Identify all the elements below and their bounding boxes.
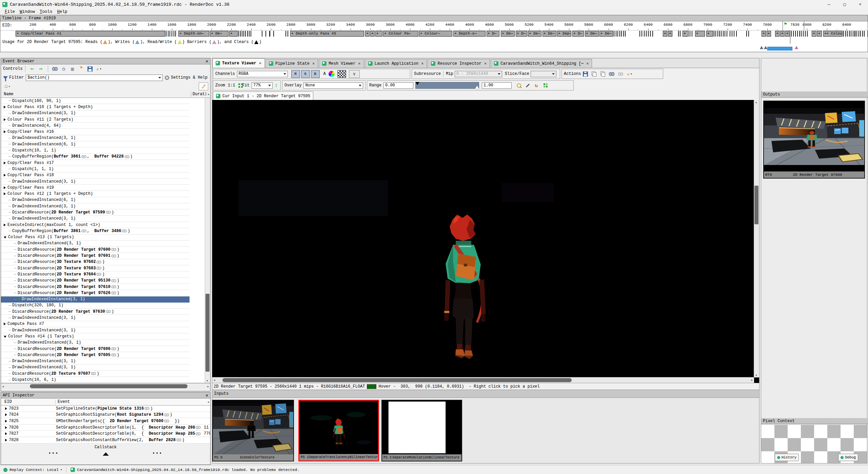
event-row[interactable]: CopyBufferRegion(Buffer 3861, Buffer 348… <box>1 228 190 234</box>
event-row[interactable]: DrawIndexedInstanced(3, 1) <box>1 179 190 185</box>
close-icon[interactable]: ✕ <box>205 393 208 398</box>
event-row[interactable]: Dispatch(10, 6, 1) <box>1 377 190 383</box>
channels-select[interactable]: RGBA <box>237 71 288 77</box>
timeline-eid-ruler[interactable]: EID: 20040060080010001200140016001800200… <box>0 21 868 30</box>
api-call-row[interactable]: 7828SetGraphicsRootConstantBufferView(2,… <box>1 437 210 444</box>
resource-link-icon[interactable] <box>144 407 150 410</box>
api-call-row[interactable]: 7823SetPipelineState(Pipeline State 1316… <box>1 406 210 412</box>
menu-window[interactable]: Window <box>20 9 35 14</box>
favorite-star-icon[interactable]: ★▾ <box>626 70 633 77</box>
resource-link-icon[interactable] <box>124 155 130 158</box>
home-bookmark-icon[interactable]: ⌂▾ <box>4 83 11 90</box>
timeline-draw-marks[interactable] <box>843 31 866 37</box>
chevron-right-icon[interactable] <box>4 174 6 177</box>
event-row[interactable]: DrawIndexedInstanced(6, 1) <box>1 141 190 147</box>
event-row[interactable]: Dispatch(160, 90, 1) <box>1 98 190 104</box>
step-forward-icon[interactable]: ⇨ <box>38 65 44 72</box>
chevron-right-icon[interactable] <box>4 162 6 164</box>
resource-link-icon[interactable] <box>111 279 116 282</box>
fit-icon[interactable] <box>238 83 240 85</box>
event-row[interactable]: DiscardResource(2D Texture 97603) <box>1 265 190 271</box>
api-call-row[interactable]: 7826SetGraphicsRootDescriptorTable(1, { … <box>1 425 210 431</box>
event-row[interactable]: DiscardResource(2D Render Target 97626) <box>1 290 190 296</box>
timeline-header[interactable]: Timeline - Frame #1919 <box>0 15 868 21</box>
timeline-pass-block[interactable]: + De⋯ <box>542 31 556 37</box>
chevron-right-icon[interactable] <box>5 439 7 441</box>
timeline-pass-block[interactable]: + <box>817 31 822 37</box>
timeline-visible-range-bar[interactable] <box>767 47 792 50</box>
timeline-pass-block[interactable]: + <box>785 31 790 37</box>
duration-graph-icon[interactable]: ▥ <box>69 65 76 72</box>
texture-hscrollbar[interactable]: ◂ ▸ <box>212 377 754 383</box>
timeline-pass-block[interactable]: + Depth-only Pass #5 <box>290 31 364 37</box>
texture-vscrollbar[interactable]: ▴ ▾ <box>754 100 759 377</box>
event-row[interactable]: DrawIndexedInstanced(3, 1) <box>1 358 190 364</box>
scrollbar-thumb[interactable] <box>205 294 210 372</box>
resource-link-icon[interactable] <box>111 347 116 350</box>
timeline-pass-block[interactable]: + <box>370 31 375 37</box>
timeline-pass-block[interactable]: + <box>375 31 382 37</box>
input-thumbnail-ps-1[interactable]: PS 1SeparateTranslucencyBilinearTexture <box>298 400 379 461</box>
close-icon[interactable]: ✕ <box>484 61 487 66</box>
timeline-pass-block[interactable]: + D⋯ <box>572 31 584 37</box>
callstack-expand-icon[interactable] <box>103 452 109 456</box>
chevron-right-icon[interactable] <box>5 420 7 423</box>
timeline-pass-block[interactable]: + D⋯ <box>487 31 499 37</box>
chevron-right-icon[interactable] <box>4 130 6 133</box>
event-row[interactable]: DiscardResource(2D Render Target 97605) <box>1 352 190 358</box>
event-tree-vscrollbar[interactable]: ▾ <box>205 98 210 383</box>
resource-link-icon[interactable] <box>122 229 127 232</box>
favorite-star-icon[interactable]: ★▾ <box>96 65 102 72</box>
event-row[interactable]: DiscardResource(2D Render Target 95130) <box>1 278 190 284</box>
slice-select[interactable] <box>531 71 556 77</box>
debug-button[interactable]: Debug <box>838 454 858 461</box>
resource-link-icon[interactable] <box>111 353 116 356</box>
event-row[interactable]: DiscardResource(2D Render Target 97606) <box>1 346 190 352</box>
chevron-down-icon[interactable]: ▾ <box>60 468 62 472</box>
tab-mesh-viewer[interactable]: Mesh Viewer✕ <box>319 59 364 68</box>
event-pass-row[interactable]: Copy/Clear Pass #17 <box>1 160 190 166</box>
timeline-draw-marks[interactable] <box>690 31 694 37</box>
timeline-pass-block[interactable]: + <box>706 31 713 37</box>
timeline-pass-block[interactable]: + Dep⋯ <box>557 31 571 37</box>
chevron-right-icon[interactable] <box>4 192 6 195</box>
timeline-draw-marks[interactable] <box>238 31 252 37</box>
timeline-pass-block[interactable]: + Colour Pa⋯ <box>383 31 418 37</box>
scroll-down-icon[interactable]: ▾ <box>206 378 209 383</box>
edit-pencil-icon[interactable] <box>199 82 208 90</box>
event-row[interactable]: DrawIndexedInstanced(3, 1) <box>1 216 190 222</box>
gear-icon[interactable] <box>165 76 169 80</box>
timing-clock-icon[interactable]: ◷ <box>60 65 67 72</box>
timeline-pass-block[interactable]: + Copy/Clear Pass #1 <box>16 31 165 37</box>
timeline-pass-block[interactable]: + <box>780 31 785 37</box>
scrollbar-thumb[interactable] <box>754 186 758 224</box>
range-max-input[interactable]: 1.00 <box>482 82 512 89</box>
resource-link-icon[interactable] <box>111 291 116 294</box>
goto-resource-icon[interactable] <box>608 70 615 77</box>
event-row[interactable]: DrawInstanced(4, 64) <box>1 123 190 129</box>
tab-pipeline-state[interactable]: Pipeline State✕ <box>265 59 318 68</box>
event-browser-column-header[interactable]: Name Durati ▴ <box>1 91 210 98</box>
event-row[interactable]: DrawIndexedInstanced(6, 1) <box>1 197 190 203</box>
open-file-icon[interactable] <box>599 70 606 77</box>
timeline-draw-marks[interactable] <box>262 31 277 37</box>
minimize-button[interactable]: — <box>821 0 837 9</box>
chevron-right-icon[interactable] <box>5 407 7 410</box>
chevron-right-icon[interactable] <box>4 323 6 325</box>
event-row[interactable]: DiscardResource(2D Render Target 97630) <box>1 309 190 315</box>
chevron-right-icon[interactable] <box>5 432 7 435</box>
scrollbar-thumb[interactable] <box>222 378 572 382</box>
range-black-point-handle[interactable] <box>415 82 419 85</box>
timeline-draw-marks[interactable] <box>639 31 654 37</box>
current-eid-flag-icon[interactable]: ⚑ <box>784 22 787 26</box>
resource-link-icon[interactable] <box>81 229 86 232</box>
zoom-1-1-button[interactable]: 1:1 <box>228 83 235 88</box>
chevron-down-icon[interactable] <box>4 336 6 338</box>
find-event-icon[interactable] <box>52 65 58 72</box>
scroll-left-icon[interactable]: ◂ <box>2 384 4 389</box>
timeline-draw-marks[interactable] <box>166 31 177 37</box>
autofit-magnifier-icon[interactable] <box>515 82 522 89</box>
tab-resource-inspector[interactable]: Resource Inspector✕ <box>428 59 490 68</box>
chevron-right-icon[interactable] <box>4 186 6 189</box>
close-icon[interactable]: ✕ <box>586 61 589 66</box>
